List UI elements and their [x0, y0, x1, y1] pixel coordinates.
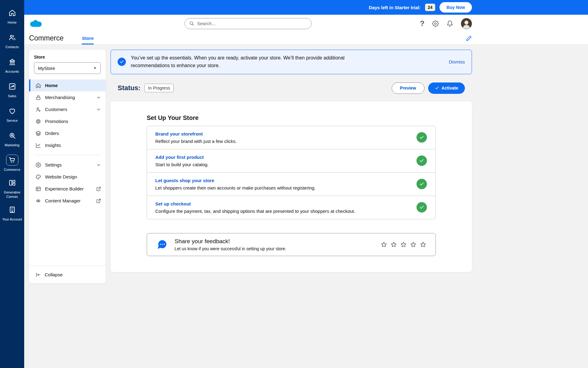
chevron-down-icon[interactable]	[96, 107, 101, 112]
sidebar-item-label: Settings	[45, 162, 62, 167]
setup-card: Set Up Your Store Brand your storefront …	[111, 102, 472, 272]
tab-store[interactable]: Store	[82, 36, 93, 44]
global-search[interactable]	[185, 18, 312, 29]
preview-button[interactable]: Preview	[392, 82, 424, 94]
star-icon[interactable]	[390, 241, 397, 248]
feedback-description: Let us know if you were successful in se…	[175, 246, 286, 251]
shopping-cart-icon	[6, 155, 18, 166]
sidebar-item-insights[interactable]: Insights	[29, 139, 106, 151]
sidebar-item-label: Merchandising	[45, 95, 75, 100]
status-actions: Preview Activate	[392, 82, 465, 94]
activate-label: Activate	[442, 86, 458, 90]
notifications-bell-icon[interactable]	[447, 20, 453, 27]
store-nav: Home Merchandising Customers Prom	[29, 76, 106, 207]
setup-complete-banner: You’ve set up the essentials. When you a…	[111, 50, 472, 74]
heart-icon	[6, 105, 18, 117]
work-area: You’ve set up the essentials. When you a…	[111, 50, 472, 272]
help-icon[interactable]: ?	[420, 20, 424, 27]
rail-item-label: Marketing	[5, 143, 19, 148]
gear-icon	[36, 162, 41, 168]
check-circle-icon	[118, 58, 126, 66]
task-complete-check-icon	[417, 155, 427, 166]
task-description: Configure the payment, tax, and shipping…	[155, 209, 355, 214]
task-row-guest-shopping[interactable]: Let guests shop your store Let shoppers …	[147, 173, 435, 196]
salesforce-cloud-logo[interactable]	[29, 19, 43, 28]
home-icon	[36, 83, 41, 88]
sidebar-item-experience-builder[interactable]: Experience Builder	[29, 183, 106, 195]
rail-item-label: Commerce	[4, 168, 21, 172]
task-row-brand-storefront[interactable]: Brand your storefront Reflect your brand…	[147, 126, 435, 149]
status-row: Status: In Progress Preview Activate	[111, 82, 472, 94]
collapse-button[interactable]: Collapse	[29, 266, 106, 283]
rail-item-contacts[interactable]: Contacts	[0, 28, 24, 53]
rail-item-your-account[interactable]: Your Account	[0, 201, 24, 225]
star-icon[interactable]	[400, 241, 407, 248]
sidebar-item-content-manager[interactable]: Content Manager	[29, 195, 106, 207]
sidebar-item-orders[interactable]: Orders	[29, 127, 106, 139]
task-row-checkout[interactable]: Set up checkout Configure the payment, t…	[147, 196, 435, 219]
sidebar-item-customers[interactable]: Customers	[29, 103, 106, 115]
feedback-title: Share your feedback!	[175, 238, 286, 245]
setup-title: Set Up Your Store	[147, 114, 436, 121]
rail-item-label: Your Account	[2, 217, 22, 222]
sidebar-item-label: Experience Builder	[45, 186, 84, 191]
task-link[interactable]: Let guests shop your store	[155, 178, 316, 183]
rail-item-accounts[interactable]: Accounts	[0, 53, 24, 77]
task-link[interactable]: Set up checkout	[155, 201, 355, 206]
caret-down-icon	[92, 66, 97, 71]
star-icon[interactable]	[381, 241, 387, 248]
rail-item-marketing[interactable]: Marketing	[0, 126, 24, 151]
status-label: Status:	[118, 84, 141, 92]
setup-gear-icon[interactable]	[432, 20, 439, 27]
collapse-label: Collapse	[45, 272, 62, 277]
layers-icon	[36, 131, 41, 136]
chevron-down-icon[interactable]	[96, 163, 101, 167]
app-navigation-rail: Home Contacts Accounts Sales Service Mar…	[0, 0, 24, 368]
palette-icon	[36, 174, 41, 180]
rail-item-label: Accounts	[5, 70, 19, 74]
rail-item-service[interactable]: Service	[0, 102, 24, 126]
dismiss-link[interactable]: Dismiss	[449, 59, 465, 64]
overlapping-circles-icon	[36, 198, 41, 204]
sidebar-item-settings[interactable]: Settings	[29, 159, 106, 171]
sidebar-item-label: Insights	[45, 143, 61, 148]
chevron-down-icon[interactable]	[96, 95, 101, 100]
task-complete-check-icon	[417, 132, 427, 143]
task-link[interactable]: Brand your storefront	[155, 131, 237, 136]
marketing-target-icon	[6, 130, 18, 141]
rail-item-commerce[interactable]: Commerce	[0, 151, 24, 175]
star-icon[interactable]	[410, 241, 417, 248]
search-input[interactable]	[197, 21, 307, 26]
search-icon	[189, 21, 194, 26]
activate-button[interactable]: Activate	[428, 82, 465, 94]
page-title: Commerce	[29, 35, 63, 44]
rail-item-label: Generative Canvas	[1, 190, 24, 199]
rail-item-home[interactable]: Home	[0, 4, 24, 28]
store-selector[interactable]: MyStore	[34, 62, 101, 74]
page-header: Commerce Store	[24, 32, 588, 45]
home-icon	[6, 7, 18, 18]
banner-message: You’ve set up the essentials. When you a…	[131, 54, 373, 70]
star-icon[interactable]	[420, 241, 426, 248]
task-link[interactable]: Add your first product	[155, 155, 209, 160]
buy-now-button[interactable]: Buy Now	[439, 2, 472, 13]
store-selector-value: MyStore	[38, 66, 55, 71]
sidebar-item-label: Home	[45, 83, 58, 88]
rail-item-generative-canvas[interactable]: Generative Canvas	[0, 175, 24, 201]
task-row-first-product[interactable]: Add your first product Start to build yo…	[147, 149, 435, 173]
sidebar-item-merchandising[interactable]: Merchandising	[29, 91, 106, 103]
task-description: Start to build your catalog.	[155, 162, 209, 167]
sidebar-item-promotions[interactable]: Promotions	[29, 115, 106, 127]
person-gear-icon	[36, 107, 41, 112]
sidebar-item-home[interactable]: Home	[29, 79, 106, 91]
sidebar-item-website-design[interactable]: Website Design	[29, 171, 106, 183]
rail-item-sales[interactable]: Sales	[0, 77, 24, 102]
user-avatar[interactable]	[461, 18, 472, 29]
sidebar-item-label: Promotions	[45, 119, 68, 124]
sidebar-item-label: Customers	[45, 107, 67, 112]
content-area: Store MyStore Home Merchandising	[24, 45, 588, 368]
rating-stars	[381, 241, 426, 248]
lock-icon	[36, 95, 41, 100]
window-icon	[36, 186, 41, 192]
edit-pencil-icon[interactable]	[466, 35, 472, 41]
